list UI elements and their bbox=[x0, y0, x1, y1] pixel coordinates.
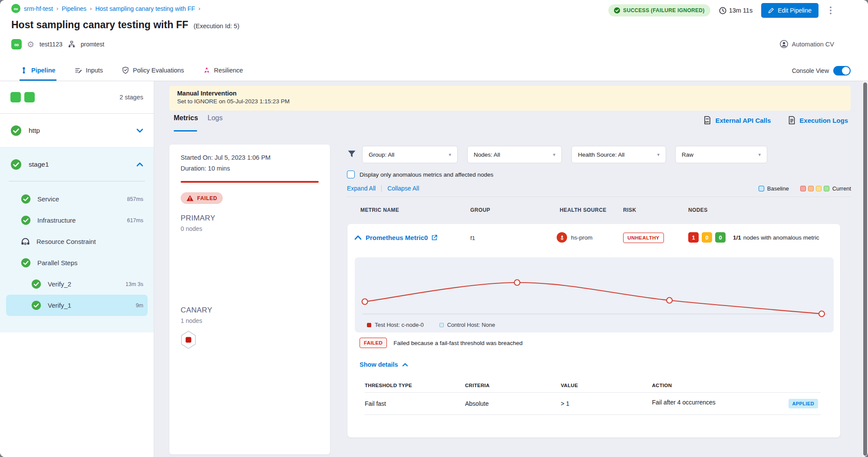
current-swatch-icon bbox=[816, 186, 822, 191]
elapsed-time: 13m 11s bbox=[719, 7, 753, 14]
details-header-threshold-type: THRESHOLD TYPE bbox=[365, 379, 465, 393]
active-subtab-underline bbox=[174, 130, 197, 132]
success-check-icon bbox=[31, 300, 41, 310]
metrics-table-header: METRIC NAMEGROUPHEALTH SOURCERISKNODES bbox=[346, 207, 851, 216]
tab-inputs[interactable]: Inputs bbox=[74, 61, 104, 81]
health-source-label: hs-prom bbox=[571, 234, 593, 241]
risk-badge: UNHEALTHY bbox=[623, 233, 664, 243]
external-api-calls-link[interactable]: API External API Calls bbox=[703, 116, 771, 125]
chevron-up-icon[interactable] bbox=[136, 162, 143, 167]
step-label: Infrastructure bbox=[37, 217, 76, 224]
canary-node-hexagon[interactable] bbox=[180, 330, 197, 349]
chart-legend: Test Host: c-node-0Control Host: None bbox=[367, 322, 495, 328]
breadcrumb-pipelines[interactable]: Pipelines bbox=[62, 5, 86, 12]
success-check-icon bbox=[10, 159, 22, 170]
stage-name: stage1 bbox=[29, 161, 49, 168]
resource-constraint-icon bbox=[21, 237, 30, 246]
metric-chart-panel: Test Host: c-node-0Control Host: None bbox=[355, 257, 834, 332]
baseline-swatch-icon bbox=[759, 186, 764, 191]
step-label: Verify_2 bbox=[48, 280, 71, 288]
breadcrumb-pipeline-name[interactable]: Host sampling canary testing with FF bbox=[95, 5, 195, 12]
sidebar-step-verify-2[interactable]: Verify_213m 3s bbox=[6, 273, 148, 295]
tab-pipeline-label: Pipeline bbox=[31, 67, 56, 74]
check-circle-icon bbox=[614, 7, 620, 13]
elapsed-time-label: 13m 11s bbox=[729, 7, 753, 14]
subtab-logs[interactable]: Logs bbox=[208, 114, 223, 122]
current-label: Current bbox=[832, 185, 851, 192]
vertical-scrollbar[interactable] bbox=[862, 81, 868, 457]
sidebar-stage-stage1[interactable]: stage1 bbox=[0, 148, 154, 181]
pencil-icon bbox=[768, 7, 774, 13]
banner-title: Manual Intervention bbox=[177, 90, 843, 97]
details-header-criteria: CRITERIA bbox=[465, 379, 561, 393]
tab-resilience-label: Resilience bbox=[214, 67, 243, 74]
deployment-summary-card: Started On: Jul 5, 2023 1:06 PM Duration… bbox=[169, 145, 330, 454]
baseline-label: Baseline bbox=[767, 185, 789, 192]
tab-policy-evaluations[interactable]: Policy Evaluations bbox=[121, 61, 185, 81]
stages-sidebar: 2 stages http bbox=[0, 81, 154, 457]
metric-line-chart[interactable] bbox=[355, 259, 834, 320]
harness-logo-icon: ∞ bbox=[11, 4, 20, 13]
column-header-health-source: HEALTH SOURCE bbox=[560, 207, 607, 213]
expand-all-link[interactable]: Expand All bbox=[347, 185, 376, 192]
sidebar-step-service[interactable]: Service857ms bbox=[6, 188, 148, 210]
more-options-icon[interactable] bbox=[827, 4, 834, 17]
current-swatch-icon bbox=[800, 186, 806, 191]
tab-inputs-label: Inputs bbox=[86, 67, 103, 74]
app-window: ∞ srm-hf-test › Pipelines › Host samplin… bbox=[0, 0, 868, 457]
step-duration: 857ms bbox=[127, 196, 143, 202]
artifact-name[interactable]: promtest bbox=[81, 41, 104, 48]
chevron-down-icon[interactable] bbox=[136, 128, 143, 133]
collapse-chevron-icon[interactable] bbox=[354, 235, 362, 240]
divider bbox=[346, 197, 851, 197]
metric-name-link[interactable]: Prometheus Metric0 bbox=[366, 234, 438, 241]
current-swatch-icon bbox=[808, 186, 814, 191]
service-name[interactable]: test1123 bbox=[40, 41, 63, 48]
execution-logs-link[interactable]: Execution Logs bbox=[788, 116, 848, 125]
service-icon: ∞ bbox=[11, 39, 22, 49]
nodes-filter-dropdown[interactable]: Nodes: All▾ bbox=[467, 146, 562, 163]
show-details-link[interactable]: Show details bbox=[360, 361, 408, 368]
node-count-chip: 0 bbox=[715, 232, 726, 243]
sidebar-step-parallel-steps[interactable]: Parallel Steps bbox=[6, 252, 148, 273]
primary-nodes-count: 0 nodes bbox=[181, 225, 202, 232]
banner-subtitle: Set to IGNORE on 05-Jul-2023 1:15:23 PM bbox=[177, 98, 843, 105]
tab-pipeline[interactable]: Pipeline bbox=[20, 61, 56, 81]
column-header-risk: RISK bbox=[623, 207, 636, 213]
edit-pipeline-button[interactable]: Edit Pipeline bbox=[761, 3, 818, 18]
data-mode-filter-dropdown[interactable]: Raw▾ bbox=[675, 146, 767, 163]
status-badge: SUCCESS (FAILURE IGNORED) bbox=[608, 4, 710, 16]
details-cell-action: Fail after 4 occurrencesAPPLIED bbox=[652, 393, 821, 415]
nodes-count: 1/1 bbox=[733, 234, 741, 241]
scrollbar-thumb[interactable] bbox=[863, 82, 867, 456]
nodes-summary-text: nodes with anomalous metric bbox=[743, 234, 819, 241]
verification-failed-message: Failed because a fail-fast threshold was… bbox=[393, 340, 522, 346]
chart-legend-item: Control Host: None bbox=[439, 322, 495, 328]
subtab-metrics[interactable]: Metrics bbox=[174, 114, 198, 122]
anomalous-only-checkbox[interactable] bbox=[347, 171, 355, 178]
legend-label: Control Host: None bbox=[447, 322, 495, 328]
sidebar-step-infrastructure[interactable]: Infrastructure617ms bbox=[6, 210, 148, 231]
health-source-filter-dropdown[interactable]: Health Source: All▾ bbox=[571, 146, 666, 163]
artifact-icon bbox=[68, 40, 76, 48]
sidebar-step-resource-constraint[interactable]: Resource Constraint bbox=[6, 231, 148, 252]
sidebar-step-verify-1[interactable]: Verify_19m bbox=[6, 295, 148, 316]
tab-resilience[interactable]: Resilience bbox=[202, 61, 244, 81]
sidebar-stage-http[interactable]: http bbox=[0, 114, 154, 147]
group-filter-dropdown[interactable]: Group: All▾ bbox=[362, 146, 458, 163]
canary-nodes-count: 1 nodes bbox=[181, 317, 202, 324]
filter-icon[interactable] bbox=[347, 149, 356, 159]
success-check-icon bbox=[21, 194, 31, 204]
legend-swatch-icon bbox=[439, 323, 444, 327]
dropdown-value: Group: All bbox=[369, 151, 394, 158]
dropdown-value: Health Source: All bbox=[578, 151, 624, 158]
breadcrumb-project[interactable]: srm-hf-test bbox=[24, 5, 53, 12]
user-chip[interactable]: Automation CV bbox=[780, 40, 834, 48]
manual-intervention-banner: Manual Intervention Set to IGNORE on 05-… bbox=[169, 86, 851, 111]
clock-icon bbox=[719, 7, 726, 14]
console-view-toggle[interactable] bbox=[833, 66, 851, 76]
step-label: Verify_1 bbox=[48, 302, 71, 309]
health-source: hs-prom bbox=[557, 232, 593, 243]
collapse-all-link[interactable]: Collapse All bbox=[387, 185, 419, 192]
filter-row: Group: All▾Nodes: All▾Health Source: All… bbox=[346, 146, 851, 163]
